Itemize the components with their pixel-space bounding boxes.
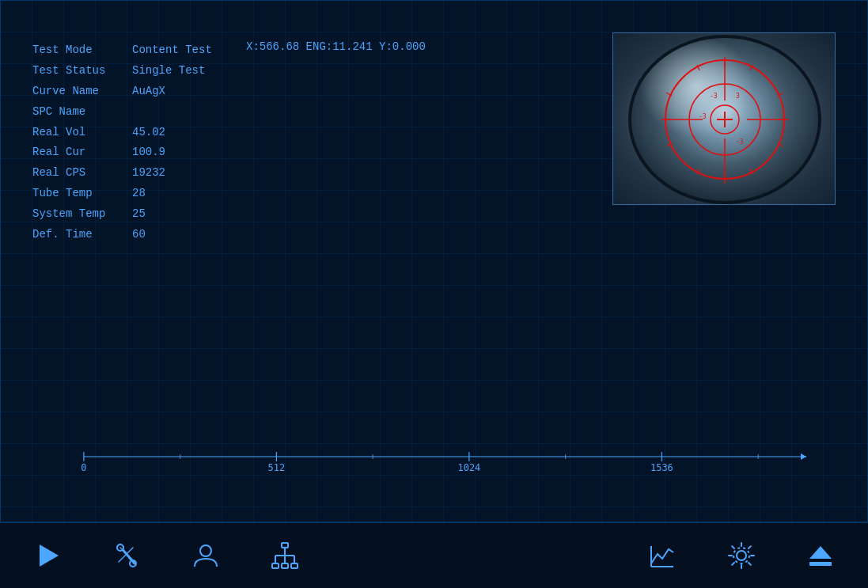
info-row-test-status: Test Status Single Test <box>32 61 212 82</box>
svg-text:-3: -3 <box>699 113 707 120</box>
value-real-cur: 100.9 <box>132 142 165 163</box>
svg-text:-3: -3 <box>736 138 744 146</box>
network-icon <box>271 541 299 570</box>
settings-button[interactable] <box>726 540 757 571</box>
label-real-vol: Real Vol <box>32 123 119 143</box>
play-icon <box>33 541 62 570</box>
svg-marker-42 <box>40 544 59 567</box>
info-row-spc-name: SPC Name <box>32 102 212 123</box>
coord-text: X:566.68 ENG:11.241 Y:0.000 <box>246 40 426 53</box>
value-curve-name: AuAgX <box>132 82 165 102</box>
label-def-time: Def. Time <box>32 225 119 245</box>
value-def-time: 60 <box>132 225 146 245</box>
coordinate-display: X:566.68 ENG:11.241 Y:0.000 <box>246 40 426 53</box>
svg-text:1024: 1024 <box>458 462 481 473</box>
svg-rect-50 <box>272 563 279 568</box>
eject-icon <box>806 541 835 570</box>
info-row-real-cps: Real CPS 19232 <box>32 163 212 184</box>
info-row-system-temp: System Temp 25 <box>32 204 212 225</box>
info-row-test-mode: Test Mode Content Test <box>32 40 212 61</box>
user-button[interactable] <box>190 540 222 571</box>
play-button[interactable] <box>32 540 63 571</box>
tools-icon <box>112 541 141 570</box>
svg-marker-29 <box>801 453 806 460</box>
svg-point-48 <box>200 545 211 556</box>
label-test-status: Test Status <box>32 61 119 82</box>
svg-text:0: 0 <box>81 462 86 473</box>
tools-button[interactable] <box>111 540 142 571</box>
toolbar-right-group <box>646 540 836 571</box>
value-test-mode: Content Test <box>132 40 212 61</box>
label-spc-name: SPC Name <box>32 102 119 123</box>
main-display-area: X:566.68 ENG:11.241 Y:0.000 Test Mode Co… <box>0 0 868 522</box>
chart-button[interactable] <box>646 540 678 571</box>
svg-rect-52 <box>291 563 298 568</box>
camera-image: 3 -3 -3 -3 <box>613 33 835 204</box>
svg-text:3: 3 <box>736 93 740 100</box>
value-tube-temp: 28 <box>132 184 146 204</box>
svg-marker-62 <box>809 546 832 559</box>
network-button[interactable] <box>269 540 301 571</box>
svg-text:-3: -3 <box>710 93 718 100</box>
toolbar <box>0 522 868 588</box>
label-system-temp: System Temp <box>32 204 119 225</box>
info-row-real-cur: Real Cur 100.9 <box>32 142 212 163</box>
label-real-cps: Real CPS <box>32 163 119 184</box>
info-row-tube-temp: Tube Temp 28 <box>32 184 212 204</box>
camera-background-svg: 3 -3 -3 -3 <box>613 33 836 205</box>
x-axis-svg: 0 512 1024 1536 <box>32 442 836 474</box>
info-row-real-vol: Real Vol 45.02 <box>32 123 212 143</box>
svg-text:1536: 1536 <box>650 462 673 473</box>
user-icon <box>191 541 220 570</box>
info-panel: Test Mode Content Test Test Status Singl… <box>32 40 212 245</box>
svg-point-60 <box>737 551 746 560</box>
value-system-temp: 25 <box>132 204 146 225</box>
label-curve-name: Curve Name <box>32 82 119 102</box>
label-tube-temp: Tube Temp <box>32 184 119 204</box>
value-test-status: Single Test <box>132 61 205 82</box>
svg-rect-63 <box>809 562 832 566</box>
label-real-cur: Real Cur <box>32 142 119 163</box>
svg-rect-49 <box>282 543 288 548</box>
eject-button[interactable] <box>805 540 836 571</box>
info-row-curve-name: Curve Name AuAgX <box>32 82 212 102</box>
camera-view: 3 -3 -3 -3 <box>612 32 836 205</box>
label-test-mode: Test Mode <box>32 40 119 61</box>
toolbar-left-group <box>32 540 301 571</box>
gear-icon <box>727 541 756 570</box>
x-axis: 0 512 1024 1536 <box>32 442 836 474</box>
svg-text:512: 512 <box>268 462 286 473</box>
info-row-def-time: Def. Time 60 <box>32 225 212 245</box>
value-real-cps: 19232 <box>132 163 165 184</box>
chart-icon <box>648 541 677 570</box>
svg-rect-51 <box>282 563 288 568</box>
value-real-vol: 45.02 <box>132 123 165 143</box>
